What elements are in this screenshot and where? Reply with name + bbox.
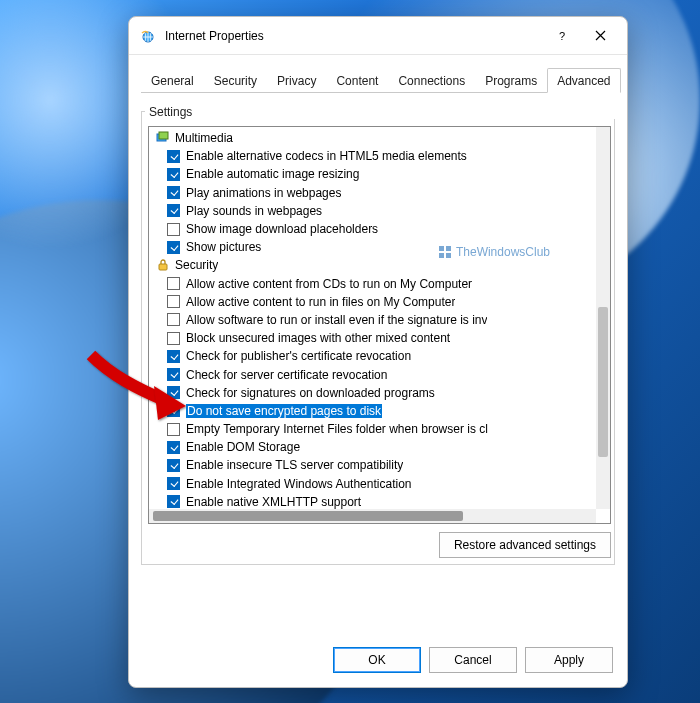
tab-security[interactable]: Security — [204, 68, 267, 92]
tree-item[interactable]: Show image download placeholders — [149, 220, 610, 238]
multimedia-icon — [155, 130, 171, 146]
tree-item[interactable]: Block unsecured images with other mixed … — [149, 329, 610, 347]
tab-general[interactable]: General — [141, 68, 204, 92]
tree-item-label: Show image download placeholders — [186, 222, 378, 236]
tree-item[interactable]: Check for signatures on downloaded progr… — [149, 384, 610, 402]
tree-item-label: Enable automatic image resizing — [186, 167, 359, 181]
checkbox[interactable] — [167, 223, 180, 236]
security-icon — [155, 257, 171, 273]
tree-item-label: Enable Integrated Windows Authentication — [186, 477, 411, 491]
tab-programs[interactable]: Programs — [475, 68, 547, 92]
tab-strip: GeneralSecurityPrivacyContentConnections… — [141, 65, 615, 93]
vertical-scroll-thumb[interactable] — [598, 307, 608, 457]
svg-rect-4 — [159, 264, 167, 270]
tree-item-label: Enable alternative codecs in HTML5 media… — [186, 149, 467, 163]
checkbox[interactable] — [167, 295, 180, 308]
tree-section-multimedia[interactable]: Multimedia — [149, 129, 610, 147]
settings-tree[interactable]: MultimediaEnable alternative codecs in H… — [148, 126, 611, 524]
checkbox[interactable] — [167, 477, 180, 490]
tree-item-label: Check for signatures on downloaded progr… — [186, 386, 435, 400]
tree-item-label: Do not save encrypted pages to disk — [186, 404, 382, 418]
tree-item[interactable]: Allow active content to run in files on … — [149, 293, 610, 311]
tree-item-label: Allow software to run or install even if… — [186, 313, 487, 327]
tab-privacy[interactable]: Privacy — [267, 68, 326, 92]
vertical-scrollbar[interactable] — [596, 127, 610, 509]
tree-item[interactable]: Empty Temporary Internet Files folder wh… — [149, 420, 610, 438]
tree-item-label: Enable DOM Storage — [186, 440, 300, 454]
tree-item-label: Check for publisher's certificate revoca… — [186, 349, 411, 363]
tree-item-label: Enable insecure TLS server compatibility — [186, 458, 403, 472]
checkbox[interactable] — [167, 150, 180, 163]
checkbox[interactable] — [167, 332, 180, 345]
tree-item[interactable]: Enable alternative codecs in HTML5 media… — [149, 147, 610, 165]
tree-item-label: Empty Temporary Internet Files folder wh… — [186, 422, 488, 436]
checkbox[interactable] — [167, 277, 180, 290]
settings-group-label: Settings — [145, 105, 615, 119]
apply-button[interactable]: Apply — [525, 647, 613, 673]
tree-item[interactable]: Check for server certificate revocation — [149, 365, 610, 383]
tab-content[interactable]: Content — [326, 68, 388, 92]
tree-item[interactable]: Allow active content from CDs to run on … — [149, 275, 610, 293]
settings-group: MultimediaEnable alternative codecs in H… — [141, 111, 615, 565]
checkbox[interactable] — [167, 204, 180, 217]
tree-item-label: Enable native XMLHTTP support — [186, 495, 361, 509]
checkbox[interactable] — [167, 386, 180, 399]
tree-item-label: Play animations in webpages — [186, 186, 341, 200]
checkbox[interactable] — [167, 313, 180, 326]
tree-item[interactable]: Do not save encrypted pages to disk — [149, 402, 610, 420]
internet-properties-dialog: Internet Properties ? GeneralSecurityPri… — [128, 16, 628, 688]
ok-button[interactable]: OK — [333, 647, 421, 673]
svg-text:?: ? — [559, 30, 565, 42]
tree-item[interactable]: Check for publisher's certificate revoca… — [149, 347, 610, 365]
cancel-button[interactable]: Cancel — [429, 647, 517, 673]
tree-item-label: Show pictures — [186, 240, 261, 254]
checkbox[interactable] — [167, 495, 180, 508]
help-button[interactable]: ? — [543, 21, 581, 51]
tab-connections[interactable]: Connections — [388, 68, 475, 92]
tree-item[interactable]: Play sounds in webpages — [149, 202, 610, 220]
tree-item[interactable]: Enable DOM Storage — [149, 438, 610, 456]
restore-advanced-settings-button[interactable]: Restore advanced settings — [439, 532, 611, 558]
tree-item[interactable]: Show pictures — [149, 238, 610, 256]
tab-advanced[interactable]: Advanced — [547, 68, 620, 93]
tree-item[interactable]: Play animations in webpages — [149, 184, 610, 202]
tree-item[interactable]: Allow software to run or install even if… — [149, 311, 610, 329]
tree-item[interactable]: Enable automatic image resizing — [149, 165, 610, 183]
tree-section-security[interactable]: Security — [149, 256, 610, 274]
checkbox[interactable] — [167, 241, 180, 254]
close-button[interactable] — [581, 21, 619, 51]
window-title: Internet Properties — [165, 29, 543, 43]
tree-item[interactable]: Enable Integrated Windows Authentication — [149, 475, 610, 493]
checkbox[interactable] — [167, 368, 180, 381]
horizontal-scrollbar[interactable] — [149, 509, 596, 523]
svg-rect-3 — [159, 132, 168, 139]
tree-item-label: Check for server certificate revocation — [186, 368, 387, 382]
checkbox[interactable] — [167, 168, 180, 181]
checkbox[interactable] — [167, 404, 180, 417]
tree-item[interactable]: Enable insecure TLS server compatibility — [149, 456, 610, 474]
dialog-footer: OK Cancel Apply — [141, 635, 615, 675]
checkbox[interactable] — [167, 459, 180, 472]
tree-item-label: Allow active content from CDs to run on … — [186, 277, 472, 291]
titlebar: Internet Properties ? — [129, 17, 627, 55]
internet-options-icon — [139, 27, 157, 45]
tree-item-label: Block unsecured images with other mixed … — [186, 331, 450, 345]
tree-item-label: Play sounds in webpages — [186, 204, 322, 218]
checkbox[interactable] — [167, 441, 180, 454]
checkbox[interactable] — [167, 350, 180, 363]
checkbox[interactable] — [167, 423, 180, 436]
checkbox[interactable] — [167, 186, 180, 199]
horizontal-scroll-thumb[interactable] — [153, 511, 463, 521]
tree-item-label: Allow active content to run in files on … — [186, 295, 455, 309]
